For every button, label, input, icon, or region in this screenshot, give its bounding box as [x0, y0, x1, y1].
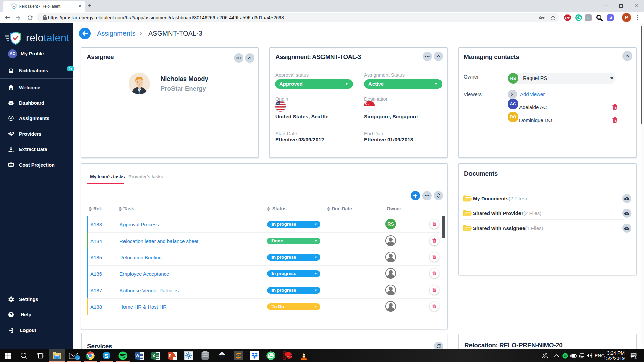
- svg-text:ABP: ABP: [565, 17, 570, 19]
- svg-text:X: X: [152, 354, 155, 358]
- svg-text:2: 2: [635, 356, 636, 359]
- svg-text:h: h: [587, 16, 589, 20]
- svg-text:W: W: [136, 354, 140, 358]
- svg-text:P: P: [169, 354, 171, 358]
